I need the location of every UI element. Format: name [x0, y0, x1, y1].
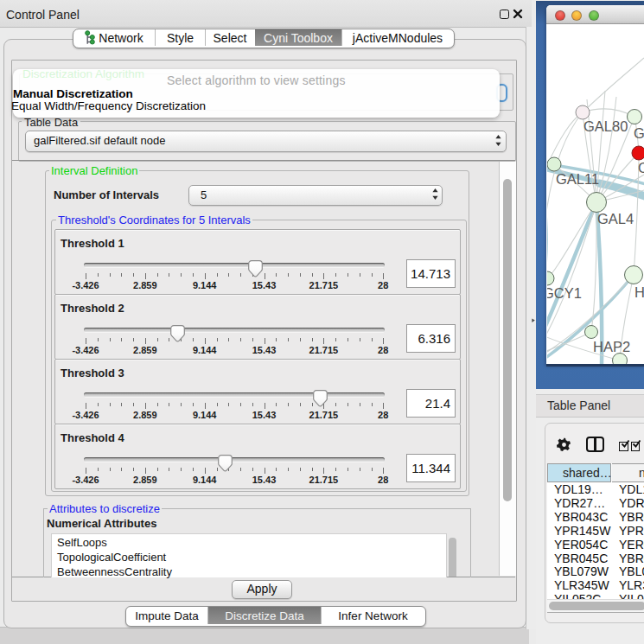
- svg-text:GAL80: GAL80: [583, 118, 628, 134]
- svg-text:GAL11: GAL11: [556, 171, 599, 187]
- svg-text:HAP2: HAP2: [593, 339, 630, 354]
- svg-text:GCY1: GCY1: [547, 285, 582, 301]
- svg-text:H: H: [634, 284, 644, 300]
- svg-text:GA: GA: [634, 125, 644, 141]
- svg-text:C: C: [638, 160, 644, 175]
- svg-text:GAL4: GAL4: [597, 211, 634, 226]
